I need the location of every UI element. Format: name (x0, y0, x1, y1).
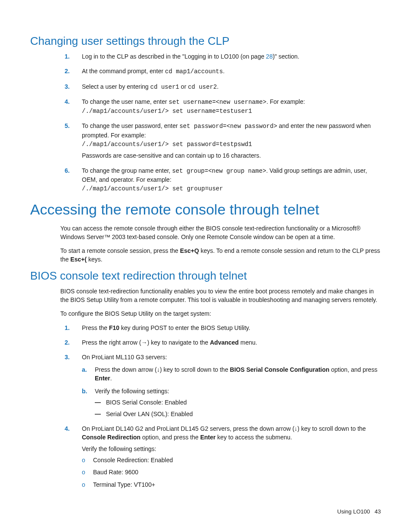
circle-marker: o (82, 468, 85, 476)
bold-text: Console Redirection (82, 434, 140, 441)
footer-label: Using LO100 (337, 508, 370, 515)
list-item: 3. Select a user by entering cd user1 or… (65, 82, 381, 91)
dash-marker: — (95, 398, 101, 407)
list-item: 1. Press the F10 key during POST to ente… (65, 324, 381, 332)
code-line: /./map1/accounts/user1/> set username=te… (82, 108, 252, 115)
bold-text: Esc+Q (180, 247, 199, 254)
list-marker: 4. (65, 424, 70, 433)
bold-text: F10 (109, 324, 119, 331)
paragraph: You can access the remote console throug… (60, 224, 381, 242)
text: At the command prompt, enter (82, 68, 165, 75)
list-item: 4. On ProLiant DL140 G2 and ProLiant DL1… (65, 424, 381, 489)
text: Baud Rate: 9600 (93, 469, 138, 476)
text: Select a user by entering (82, 83, 150, 90)
text: Console Redirection: Enabled (93, 457, 173, 464)
paragraph: To configure the BIOS Setup Utility on t… (60, 309, 381, 318)
list-item: a. Press the down arrow (↓) key to scrol… (82, 365, 381, 383)
list-marker: 6. (65, 166, 70, 175)
bold-text: BIOS Serial Console Configuration (230, 366, 330, 373)
circle-list: oConsole Redirection: Enabled oBaud Rate… (82, 456, 381, 489)
bold-text: Esc+( (70, 256, 87, 263)
list-marker: a. (82, 365, 87, 374)
list-item: —Serial Over LAN (SOL): Enabled (95, 410, 381, 418)
list-item: 2. At the command prompt, enter cd map1/… (65, 67, 381, 76)
list-marker: 2. (65, 338, 70, 347)
note-text: Passwords are case-sensitive and can con… (82, 151, 381, 160)
list-item: 2. Press the right arrow (→) key to navi… (65, 338, 381, 347)
code-text: cd user1 (150, 84, 179, 90)
heading-changing-user-settings: Changing user settings through the CLP (30, 34, 381, 48)
dash-marker: — (95, 410, 101, 418)
code-text: set username=<new username> (169, 99, 267, 106)
list-item: 5. To change the user password, enter se… (65, 121, 381, 160)
text: Verify the following settings: (82, 445, 381, 453)
text: . (223, 68, 224, 75)
list-marker: 4. (65, 97, 70, 106)
code-line: /./map1/accounts/user1/> set group=user (82, 185, 223, 192)
text: To change the user password, enter (82, 122, 179, 129)
page-footer: Using LO100 43 (337, 508, 381, 515)
code-text: cd map1/accounts (165, 68, 223, 75)
text: Terminal Type: VT100+ (93, 481, 155, 488)
heading-accessing-remote-console: Accessing the remote console through tel… (30, 201, 381, 218)
text: . (217, 83, 218, 90)
list-item: b. Verify the following settings: —BIOS … (82, 387, 381, 418)
page-link-28[interactable]: 28 (266, 53, 273, 60)
code-text: set password=<new password> (179, 123, 277, 130)
text: To start a remote console session, press… (60, 247, 180, 254)
list-item: —BIOS Serial Console: Enabled (95, 398, 381, 407)
bold-text: Advanced (210, 339, 239, 346)
list-marker: 1. (65, 52, 70, 61)
list-item: oBaud Rate: 9600 (82, 468, 381, 476)
list-marker: 3. (65, 82, 70, 91)
text: or (179, 83, 188, 90)
list-marker: 3. (65, 353, 70, 361)
text: Press the right arrow (→) key to navigat… (82, 339, 210, 346)
code-text: cd user2 (188, 84, 217, 90)
heading-bios-console: BIOS console text redirection through te… (30, 269, 381, 283)
circle-marker: o (82, 456, 85, 464)
text: key during POST to enter the BIOS Setup … (119, 324, 250, 331)
text: option, and press (330, 366, 377, 373)
list-item: oConsole Redirection: Enabled (82, 456, 381, 464)
list-item: 1. Log in to the CLP as described in the… (65, 52, 381, 61)
ordered-list-clp-steps: 1. Log in to the CLP as described in the… (65, 52, 381, 193)
list-marker: b. (82, 387, 87, 395)
list-item: 4. To change the user name, enter set us… (65, 97, 381, 116)
text: To change the user name, enter (82, 98, 169, 105)
text: . For example: (266, 98, 305, 105)
text: keys. (87, 256, 103, 263)
text: Verify the following settings: (95, 388, 169, 395)
list-marker: 5. (65, 121, 70, 130)
bold-text: Enter (95, 375, 110, 382)
dash-list: —BIOS Serial Console: Enabled —Serial Ov… (95, 398, 381, 418)
text: BIOS Serial Console: Enabled (106, 399, 187, 406)
sub-ordered-list: a. Press the down arrow (↓) key to scrol… (82, 365, 381, 418)
list-marker: 2. (65, 67, 70, 75)
text: Press the down arrow (↓) key to scroll d… (95, 366, 230, 373)
document-page: Changing user settings through the CLP 1… (0, 0, 411, 532)
list-item: oTerminal Type: VT100+ (82, 480, 381, 489)
code-line: /./map1/accounts/user1/> set password=te… (82, 141, 252, 148)
text: Serial Over LAN (SOL): Enabled (106, 411, 193, 417)
ordered-list-bios-steps: 1. Press the F10 key during POST to ente… (65, 324, 381, 489)
circle-marker: o (82, 480, 85, 489)
page-number: 43 (375, 508, 381, 515)
bold-text: Enter (200, 434, 216, 441)
paragraph: BIOS console text-redirection functional… (60, 287, 381, 305)
text: option, and press the (140, 434, 200, 441)
text: To change the group name enter, (82, 167, 172, 174)
list-item: 3. On ProLiant ML110 G3 servers: a. Pres… (65, 353, 381, 418)
text: On ProLiant ML110 G3 servers: (82, 354, 167, 361)
list-item: 6. To change the group name enter, set g… (65, 166, 381, 193)
paragraph: To start a remote console session, press… (60, 246, 381, 264)
text: . (110, 375, 112, 382)
text: On ProLiant DL140 G2 and ProLiant DL145 … (82, 425, 366, 432)
text: menu. (239, 339, 257, 346)
code-text: set group=<new group name> (172, 168, 266, 174)
text: )" section. (273, 53, 299, 60)
text: key to access the submenu. (215, 434, 292, 441)
text: Log in to the CLP as described in the "L… (82, 53, 266, 60)
text: Press the (82, 324, 109, 331)
list-marker: 1. (65, 324, 70, 332)
